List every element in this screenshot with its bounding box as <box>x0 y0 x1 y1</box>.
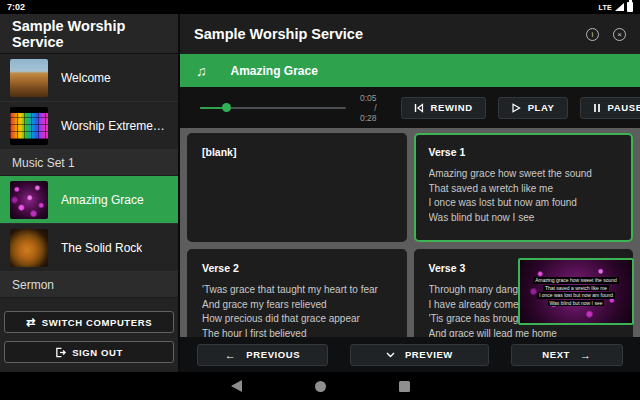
audio-transport-bar: 0:05 / 0:28 REWIND PLAY PAUSE <box>180 87 640 128</box>
sidebar-item-label: Welcome <box>61 71 111 85</box>
lyric-line: The hour I first believed <box>202 327 392 338</box>
sign-out-icon <box>55 347 66 358</box>
live-output-preview[interactable]: Amazing grace how sweet the sound That s… <box>518 258 634 325</box>
network-type-label: LTE <box>598 4 612 11</box>
slider-thumb[interactable] <box>222 103 231 112</box>
sidebar-item-welcome[interactable]: Welcome <box>0 54 178 102</box>
lyric-line: How precious did that grace appear <box>202 312 392 327</box>
signal-icon <box>615 3 624 11</box>
play-label: PLAY <box>528 102 555 113</box>
pause-label: PAUSE <box>608 102 640 113</box>
lyric-line: And grace my fears relieved <box>202 298 392 313</box>
app-body: Sample Worship Service Welcome Worship E… <box>0 14 640 372</box>
preview-lyric-line: I once was lost but now am found <box>537 292 615 299</box>
switch-computers-button[interactable]: ⇄ SWITCH COMPUTERS <box>4 311 174 333</box>
sign-out-label: SIGN OUT <box>72 347 123 358</box>
play-button[interactable]: PLAY <box>498 97 568 119</box>
header-icons: i × <box>586 28 626 41</box>
next-label: NEXT <box>542 349 570 360</box>
slide-title: Verse 1 <box>429 146 619 158</box>
preview-lyric-line: Amazing grace how sweet the sound <box>533 277 619 284</box>
slide-title: Verse 2 <box>202 262 392 274</box>
preview-lyric-line: Was blind but now I see <box>548 300 605 307</box>
battery-icon <box>627 2 633 12</box>
sidebar-item-label: Amazing Grace <box>61 193 144 207</box>
slide-card-verse-1[interactable]: Verse 1 Amazing grace how sweet the soun… <box>414 133 634 242</box>
preview-lyric-line: That saved a wretch like me <box>543 285 609 292</box>
close-icon[interactable]: × <box>613 28 626 41</box>
lyric-line: Amazing grace how sweet the sound <box>429 167 619 182</box>
main-header: Sample Worship Service i × <box>180 14 640 54</box>
sidebar-item-label: Worship Extreme Inte... <box>61 119 168 133</box>
sidebar-section-music-set-1: Music Set 1 <box>0 150 178 176</box>
welcome-thumbnail <box>10 59 48 97</box>
app-screen: 7:02 LTE Sample Worship Service Welcome … <box>0 0 640 400</box>
sidebar-section-sermon: Sermon <box>0 272 178 298</box>
lyric-line: Was blind but now I see <box>429 211 619 226</box>
status-bar: 7:02 LTE <box>0 0 640 14</box>
switch-computers-label: SWITCH COMPUTERS <box>42 317 152 328</box>
lyric-line: And grace will lead me home <box>429 327 619 338</box>
rewind-button[interactable]: REWIND <box>401 97 486 119</box>
music-note-icon: ♫ <box>196 63 207 79</box>
page-title: Sample Worship Service <box>194 26 586 42</box>
current-song-title: Amazing Grace <box>231 64 318 78</box>
swap-arrows-icon: ⇄ <box>26 317 36 328</box>
back-icon[interactable] <box>231 380 242 392</box>
sidebar-item-the-solid-rock[interactable]: The Solid Rock <box>0 224 178 272</box>
sign-out-button[interactable]: SIGN OUT <box>4 341 174 363</box>
video-thumbnail <box>10 107 48 145</box>
rewind-icon <box>414 103 424 113</box>
previous-button[interactable]: ← PREVIOUS <box>197 344 328 366</box>
chevron-down-icon <box>386 352 395 358</box>
android-nav-bar <box>0 372 640 400</box>
main-panel: Sample Worship Service i × ♫ Amazing Gra… <box>180 14 640 372</box>
preview-label: PREVIEW <box>405 349 453 360</box>
section-label: Music Set 1 <box>12 156 75 170</box>
right-arrow-icon: → <box>580 349 592 361</box>
section-label: Sermon <box>12 278 54 292</box>
service-title: Sample Worship Service <box>12 18 166 50</box>
slide-title: [blank] <box>202 146 392 158</box>
sidebar-actions: ⇄ SWITCH COMPUTERS SIGN OUT <box>0 307 178 372</box>
left-arrow-icon: ← <box>225 349 237 361</box>
next-button[interactable]: NEXT → <box>511 344 623 366</box>
status-time: 7:02 <box>7 2 25 12</box>
pause-icon <box>593 103 601 113</box>
status-icons: LTE <box>598 2 633 12</box>
preview-button[interactable]: PREVIEW <box>350 344 489 366</box>
slide-card-verse-2[interactable]: Verse 2 'Twas grace that taught my heart… <box>187 249 407 337</box>
service-item-list: Welcome Worship Extreme Inte... Music Se… <box>0 54 178 307</box>
sidebar: Sample Worship Service Welcome Worship E… <box>0 14 180 372</box>
amazing-grace-thumbnail <box>10 181 48 219</box>
recents-icon[interactable] <box>399 381 410 392</box>
sidebar-item-label: The Solid Rock <box>61 241 142 255</box>
sidebar-header: Sample Worship Service <box>0 14 178 54</box>
info-icon[interactable]: i <box>586 28 599 41</box>
playback-time: 0:05 / 0:28 <box>360 93 377 123</box>
slide-action-bar: ← PREVIOUS PREVIEW NEXT → <box>180 337 640 372</box>
home-icon[interactable] <box>315 381 326 392</box>
rewind-label: REWIND <box>431 102 473 113</box>
lyric-line: I once was lost but now am found <box>429 196 619 211</box>
sidebar-item-worship-extreme[interactable]: Worship Extreme Inte... <box>0 102 178 150</box>
current-song-bar[interactable]: ♫ Amazing Grace <box>180 54 640 87</box>
pause-button[interactable]: PAUSE <box>580 97 640 119</box>
previous-label: PREVIOUS <box>246 349 300 360</box>
audio-progress-slider[interactable] <box>200 101 346 115</box>
sidebar-item-amazing-grace[interactable]: Amazing Grace <box>0 176 178 224</box>
slide-card-blank[interactable]: [blank] <box>187 133 407 242</box>
play-icon <box>511 103 521 113</box>
lyric-line: 'Twas grace that taught my heart to fear <box>202 283 392 298</box>
lyric-line: That saved a wretch like me <box>429 182 619 197</box>
solid-rock-thumbnail <box>10 229 48 267</box>
